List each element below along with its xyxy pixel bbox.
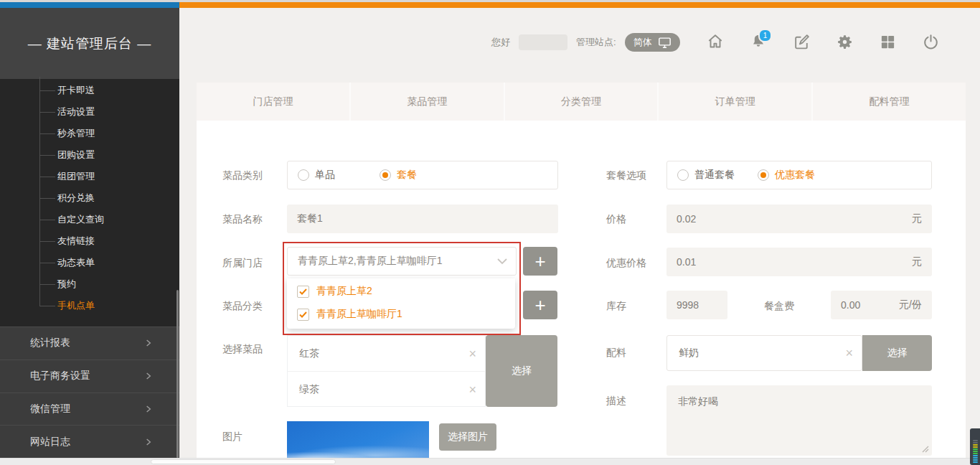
select-ingredient-button[interactable]: 选择	[862, 335, 932, 371]
gear-icon	[836, 33, 854, 51]
meter-bar	[973, 461, 978, 463]
resize-handle[interactable]	[922, 446, 929, 453]
chevron-down-icon	[497, 258, 507, 265]
radio-discount-combo[interactable]	[758, 169, 769, 181]
language-pill[interactable]: 简体	[625, 33, 680, 52]
price-input[interactable]: 0.02 元	[666, 205, 932, 233]
tree-tick	[39, 263, 55, 263]
radio-single-dish-label[interactable]: 单品	[315, 169, 335, 182]
sidebar-item-activity-settings[interactable]: 活动设置	[0, 101, 179, 123]
notifications-button[interactable]: 1	[749, 32, 768, 52]
radio-normal-combo[interactable]	[677, 169, 689, 181]
tree-tick	[39, 133, 55, 134]
home-button[interactable]	[706, 32, 725, 52]
stock-label: 库存	[606, 300, 626, 313]
description-label: 描述	[606, 395, 626, 408]
sidebar-item-mobile-ordering[interactable]: 手机点单	[0, 295, 179, 316]
select-dish-button[interactable]: 选择	[486, 335, 557, 407]
level-meter-widget	[970, 428, 980, 465]
radio-discount-combo-label[interactable]: 优惠套餐	[775, 169, 815, 182]
sidebar-item-group-buy[interactable]: 团购设置	[0, 144, 179, 166]
add-store-button[interactable]: +	[523, 247, 557, 276]
manage-site-label: 管理站点:	[576, 36, 616, 49]
sidebar-item-open-card-gift[interactable]: 开卡即送	[0, 80, 179, 101]
horizontal-scrollbar-track[interactable]	[0, 458, 980, 465]
checkbox-checked-icon[interactable]	[297, 286, 309, 298]
tree-tick	[39, 198, 55, 199]
apps-button[interactable]	[878, 32, 897, 52]
price-label: 价格	[606, 213, 626, 226]
chevron-right-icon	[143, 371, 154, 381]
dish-row-green-tea: 绿茶 ×	[288, 371, 485, 407]
tab-category-manage[interactable]: 分类管理	[504, 83, 658, 121]
combo-option-label: 套餐选项	[606, 169, 646, 182]
chevron-right-icon	[143, 404, 154, 414]
radio-single-dish[interactable]	[298, 169, 309, 181]
tab-order-manage[interactable]: 订单管理	[657, 83, 811, 121]
tree-tick	[39, 306, 55, 306]
radio-combo-label[interactable]: 套餐	[397, 169, 417, 182]
tab-bar: 门店管理 菜品管理 分类管理 订单管理 配料管理	[197, 83, 966, 121]
sidebar-submenu: 开卡即送 活动设置 秒杀管理 团购设置 组团管理 积分兑换 自定义查询 友情链接…	[0, 80, 179, 316]
sidebar-section-wechat-manage[interactable]: 微信管理	[0, 393, 179, 426]
tab-store-manage[interactable]: 门店管理	[197, 83, 349, 121]
select-image-button[interactable]: 选择图片	[439, 423, 496, 451]
settings-button[interactable]	[835, 32, 854, 52]
meter-bar	[973, 457, 978, 459]
sidebar-section-statistics[interactable]: 统计报表	[0, 327, 179, 360]
monitor-icon	[658, 37, 672, 49]
discount-price-label: 优惠价格	[606, 257, 646, 270]
store-option-1[interactable]: 青青原上草2	[297, 285, 515, 298]
edit-icon	[793, 33, 811, 51]
sidebar-item-points-exchange[interactable]: 积分兑换	[0, 187, 179, 209]
sidebar-section-ecommerce-settings[interactable]: 电子商务设置	[0, 360, 179, 393]
store-select[interactable]: 青青原上草2,青青原上草咖啡厅1	[287, 247, 517, 276]
dish-type-radio-group: 单品 套餐	[287, 161, 558, 189]
edit-button[interactable]	[792, 32, 811, 52]
radio-normal-combo-label[interactable]: 普通套餐	[694, 169, 735, 182]
store-option-2[interactable]: 青青原上草咖啡厅1	[297, 308, 515, 321]
notification-badge: 1	[758, 29, 772, 42]
horizontal-scrollbar-thumb[interactable]	[151, 459, 336, 464]
remove-icon[interactable]: ×	[468, 347, 476, 360]
sidebar-item-custom-query[interactable]: 自定义查询	[0, 209, 179, 230]
sidebar-section-site-logs[interactable]: 网站日志	[0, 425, 179, 458]
meter-bar	[973, 448, 978, 450]
sidebar: — 建站管理后台 — 开卡即送 活动设置 秒杀管理 团购设置 组团管理 积分兑换…	[0, 8, 179, 458]
sidebar-item-group-manage[interactable]: 组团管理	[0, 166, 179, 187]
discount-price-unit: 元	[912, 255, 922, 268]
box-fee-input[interactable]: 0.00 元/份	[831, 291, 932, 319]
plus-icon: +	[534, 250, 545, 273]
meter-bar	[973, 446, 978, 448]
meter-bar	[973, 444, 978, 446]
logout-button[interactable]	[921, 32, 940, 52]
sidebar-title-block: — 建站管理后台 —	[0, 8, 179, 79]
remove-icon[interactable]: ×	[845, 347, 853, 360]
apps-icon	[880, 34, 896, 50]
selected-dish-list: 红茶 × 绿茶 ×	[287, 335, 486, 407]
tab-dish-manage[interactable]: 菜品管理	[349, 83, 504, 121]
dish-type-label: 菜品类别	[222, 169, 263, 182]
stock-input[interactable]: 9998	[666, 291, 727, 319]
price-unit: 元	[912, 212, 922, 225]
radio-combo[interactable]	[380, 169, 391, 181]
discount-price-input[interactable]: 0.01 元	[666, 248, 932, 276]
sidebar-item-dynamic-form[interactable]: 动态表单	[0, 252, 179, 273]
sidebar-scrollbar-thumb[interactable]	[176, 290, 179, 458]
greeting-text: 您好	[491, 36, 510, 49]
tab-ingredient-manage[interactable]: 配料管理	[811, 83, 966, 121]
sidebar-item-reservation[interactable]: 预约	[0, 273, 179, 295]
dish-name-input[interactable]: 套餐1	[287, 205, 558, 233]
meter-bar	[973, 440, 978, 441]
description-textarea[interactable]: 非常好喝	[666, 385, 932, 456]
checkbox-checked-icon[interactable]	[297, 309, 309, 321]
ingredient-input[interactable]: 鲜奶 ×	[666, 335, 862, 371]
sidebar-item-friend-links[interactable]: 友情链接	[0, 230, 179, 252]
plus-icon: +	[534, 294, 545, 316]
tree-tick	[39, 284, 55, 285]
power-icon	[922, 33, 940, 51]
sidebar-item-flash-sale[interactable]: 秒杀管理	[0, 123, 179, 144]
sidebar-sections: 统计报表 电子商务设置 微信管理 网站日志	[0, 327, 179, 458]
add-category-button[interactable]: +	[523, 291, 557, 319]
remove-icon[interactable]: ×	[468, 383, 476, 396]
